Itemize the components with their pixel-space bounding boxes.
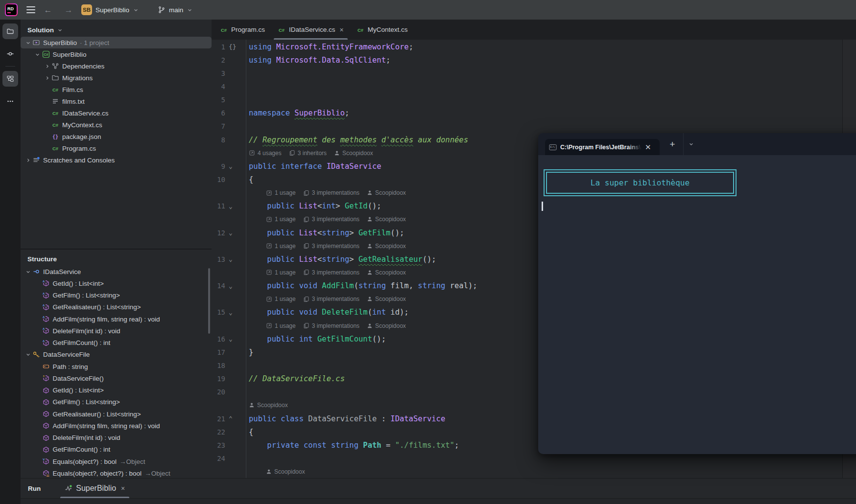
inlay-hint-impl[interactable]: 3 implementations bbox=[303, 243, 359, 250]
inlay-hint-impl[interactable]: 3 inheritors bbox=[289, 150, 327, 157]
chevron-down-icon[interactable] bbox=[33, 51, 42, 58]
fold-marker-icon[interactable]: ⌄ bbox=[225, 309, 246, 316]
code-line: namespace SuperBiblio; bbox=[246, 109, 349, 117]
tree-row[interactable]: AGetFilmCount() : int bbox=[21, 337, 212, 349]
tree-row[interactable]: AAddFilm(string film, string real) : voi… bbox=[21, 313, 212, 325]
commit-toolwindow-button[interactable] bbox=[2, 46, 18, 62]
fold-marker-icon[interactable]: ⌃ bbox=[225, 415, 246, 422]
cs-icon: C# bbox=[51, 144, 59, 152]
inlay-hint-person[interactable]: Scoopidoox bbox=[367, 243, 406, 250]
terminal-titlebar[interactable]: C:\ C:\Program Files\JetBrains\Jet ✕ + bbox=[538, 133, 856, 155]
tree-row[interactable]: AGetFilm() : List<string> bbox=[21, 290, 212, 301]
inlay-hint-impl[interactable]: 3 implementations bbox=[303, 296, 359, 302]
tree-row-label: DeleteFilm(int id) : void bbox=[53, 327, 120, 335]
editor-tab-program-cs[interactable]: C#Program.cs bbox=[214, 20, 271, 40]
inlay-hint-person[interactable]: Scoopidoox bbox=[367, 296, 406, 302]
tree-row[interactable]: VEquals(object?) : bool→Object bbox=[21, 456, 212, 467]
tree-row[interactable]: AGetRealisateur() : List<string> bbox=[21, 301, 212, 313]
inlay-hint-usage[interactable]: 1 usage bbox=[266, 296, 296, 302]
project-toolwindow-button[interactable] bbox=[2, 23, 18, 39]
structure-scrollbar-thumb[interactable] bbox=[208, 268, 210, 334]
main-menu-button[interactable] bbox=[26, 6, 36, 14]
tree-row[interactable]: films.txt bbox=[21, 95, 212, 107]
inlay-hint-usage[interactable]: 1 usage bbox=[266, 322, 296, 329]
tree-row[interactable]: C#IDataService.cs bbox=[21, 107, 212, 119]
tree-row[interactable]: Equals(object?, object?) : bool→Object bbox=[21, 467, 212, 478]
tree-row[interactable]: GetFilm() : List<string> bbox=[21, 396, 212, 408]
inlay-hint-impl[interactable]: 3 implementations bbox=[303, 322, 359, 329]
inlay-hint-person[interactable]: Scoopidoox bbox=[367, 189, 406, 196]
inlay-hints: Scoopidoox bbox=[246, 402, 288, 409]
inlay-hint-person[interactable]: Scoopidoox bbox=[367, 269, 406, 276]
fold-marker-icon[interactable]: ⌄ bbox=[225, 162, 246, 170]
tree-row[interactable]: C#Program.cs bbox=[21, 142, 212, 154]
tree-row[interactable]: AddFilm(string film, string real) : void bbox=[21, 420, 212, 432]
vcs-branch-widget[interactable]: main bbox=[155, 4, 196, 15]
code-token: DeleteFilm bbox=[317, 308, 368, 317]
inlay-hint-text: 3 implementations bbox=[312, 243, 359, 250]
inlay-hint-person[interactable]: Scoopidoox bbox=[249, 402, 288, 409]
terminal-tab-dropdown-button[interactable] bbox=[683, 133, 699, 155]
inlay-hint-impl[interactable]: 3 implementations bbox=[303, 189, 359, 196]
navigate-back-button[interactable]: ← bbox=[43, 6, 53, 14]
tree-row[interactable]: ADeleteFilm(int id) : void bbox=[21, 325, 212, 337]
tree-row[interactable]: GetRealisateur() : List<string> bbox=[21, 408, 212, 420]
tree-row[interactable]: GetFilmCount() : int bbox=[21, 444, 212, 456]
tree-row[interactable]: IDataService bbox=[21, 266, 212, 277]
inlay-hint-text: Scoopidoox bbox=[274, 468, 305, 475]
tree-row[interactable]: GetId() : List<int> bbox=[21, 385, 212, 396]
run-tab-close-icon[interactable]: × bbox=[121, 484, 125, 492]
inlay-hint-usage[interactable]: 4 usages bbox=[249, 150, 282, 157]
inlay-hint-impl[interactable]: 3 implementations bbox=[303, 216, 359, 223]
inlay-hint-person[interactable]: Scoopidoox bbox=[266, 468, 305, 475]
tree-row[interactable]: SuperBiblio· 1 project bbox=[21, 37, 212, 48]
inlay-hint-person[interactable]: Scoopidoox bbox=[334, 150, 373, 157]
tree-row[interactable]: C#SuperBiblio bbox=[21, 48, 212, 60]
solution-panel-header[interactable]: Solution bbox=[21, 20, 212, 37]
fold-marker-icon[interactable]: ⌄ bbox=[225, 203, 246, 210]
chevron-down-icon[interactable] bbox=[24, 40, 32, 46]
fold-marker-icon[interactable]: ⌄ bbox=[225, 229, 246, 236]
chevron-down-icon[interactable] bbox=[24, 351, 32, 358]
fold-marker-icon[interactable]: ⌄ bbox=[225, 255, 246, 263]
inlay-hint-person[interactable]: Scoopidoox bbox=[367, 216, 406, 223]
inlay-hint-usage[interactable]: 1 usage bbox=[266, 216, 296, 223]
tree-row[interactable]: Path : string bbox=[21, 361, 212, 372]
editor-tab-idataservice-cs[interactable]: C#IDataService.cs× bbox=[271, 20, 350, 40]
chevron-right-icon[interactable] bbox=[43, 63, 51, 69]
code-token: SuperBiblio bbox=[294, 109, 345, 117]
fold-marker-icon[interactable]: ⌄ bbox=[225, 282, 246, 290]
more-toolwindows-button[interactable] bbox=[2, 93, 18, 109]
chevron-right-icon[interactable] bbox=[24, 157, 32, 163]
tree-row[interactable]: *DataServiceFile() bbox=[21, 372, 212, 384]
tree-row[interactable]: DeleteFilm(int id) : void bbox=[21, 432, 212, 444]
fold-marker-icon[interactable]: ⌄ bbox=[225, 335, 246, 343]
chevron-down-icon[interactable] bbox=[24, 269, 32, 275]
chevron-right-icon[interactable] bbox=[43, 75, 51, 81]
structure-toolwindow-button[interactable] bbox=[2, 71, 18, 87]
tree-row[interactable]: {}package.json bbox=[21, 131, 212, 142]
editor-tab-close-icon[interactable]: × bbox=[340, 26, 344, 34]
terminal-content[interactable]: La super bibliothèque bbox=[538, 155, 856, 454]
inlay-hint-usage[interactable]: 1 usage bbox=[266, 243, 296, 250]
tree-row[interactable]: AGetId() : List<int> bbox=[21, 277, 212, 289]
code-token: public bbox=[249, 202, 294, 210]
tree-row[interactable]: DataServiceFile bbox=[21, 349, 212, 361]
terminal-tab[interactable]: C:\ C:\Program Files\JetBrains\Jet ✕ bbox=[545, 139, 660, 155]
inlay-hint-usage[interactable]: 1 usage bbox=[266, 189, 296, 196]
tree-row[interactable]: Migrations bbox=[21, 72, 212, 84]
navigate-forward-button[interactable]: → bbox=[64, 6, 73, 14]
inlay-hint-person[interactable]: Scoopidoox bbox=[367, 322, 406, 329]
tree-row[interactable]: Dependencies bbox=[21, 60, 212, 72]
inlay-hint-usage[interactable]: 1 usage bbox=[266, 269, 296, 276]
editor-tab-mycontext-cs[interactable]: C#MyContext.cs bbox=[350, 20, 414, 40]
terminal-new-tab-button[interactable]: + bbox=[664, 133, 681, 155]
tree-row[interactable]: C#MyContext.cs bbox=[21, 119, 212, 131]
inlay-hint-impl[interactable]: 3 implementations bbox=[303, 269, 359, 276]
tree-row[interactable]: C#Film.cs bbox=[21, 84, 212, 95]
terminal-tab-close-icon[interactable]: ✕ bbox=[645, 143, 651, 151]
tree-row-label: DataServiceFile() bbox=[53, 375, 104, 382]
run-tab-superbiblio[interactable]: SuperBiblio × bbox=[58, 479, 131, 498]
project-widget[interactable]: SB SuperBiblio bbox=[78, 3, 142, 17]
tree-row[interactable]: Scratches and Consoles bbox=[21, 154, 212, 166]
